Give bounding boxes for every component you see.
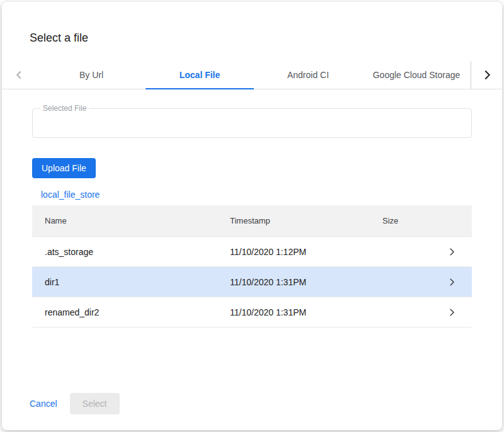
file-table: Name Timestamp Size .ats_storage 11/10/2…: [32, 205, 472, 327]
cancel-button[interactable]: Cancel: [30, 399, 57, 409]
chevron-right-icon: [446, 276, 457, 288]
file-timestamp: 11/10/2020 1:12PM: [230, 247, 382, 257]
select-file-dialog: Select a file By Url Local File Android …: [2, 2, 502, 430]
selected-file-label: Selected File: [40, 104, 89, 113]
file-name: renamed_dir2: [32, 307, 230, 317]
file-timestamp: 11/10/2020 1:31PM: [230, 307, 382, 317]
tab-android-ci[interactable]: Android CI: [254, 61, 362, 89]
local-file-store-link[interactable]: local_file_store: [41, 190, 100, 200]
upload-file-button[interactable]: Upload File: [32, 158, 96, 178]
selected-file-field: Selected File: [32, 108, 472, 138]
tab-label: Local File: [180, 70, 220, 80]
chevron-right-icon: [480, 68, 494, 82]
file-name: dir1: [32, 277, 230, 287]
column-header-size: Size: [382, 216, 432, 225]
chevron-right-icon: [446, 307, 457, 318]
table-row-renamed-dir2[interactable]: renamed_dir2 11/10/2020 1:31PM: [32, 297, 472, 327]
tab-label: Android CI: [287, 70, 329, 80]
table-header-row: Name Timestamp Size: [32, 205, 472, 237]
page-title: Select a file: [30, 31, 474, 45]
chevron-left-icon: [13, 68, 26, 82]
file-timestamp: 11/10/2020 1:31PM: [230, 277, 382, 287]
column-header-timestamp: Timestamp: [230, 216, 382, 225]
file-name: .ats_storage: [32, 247, 230, 257]
table-row-dir1[interactable]: dir1 11/10/2020 1:31PM: [32, 267, 472, 297]
tabs-scroll-right-button[interactable]: [471, 61, 502, 89]
tabs-scroll-left-button[interactable]: [2, 61, 37, 89]
column-header-name: Name: [32, 216, 230, 225]
dialog-footer: Cancel Select: [2, 393, 502, 430]
tab-by-url[interactable]: By Url: [37, 61, 146, 89]
tab-bar: By Url Local File Android CI Google Clou…: [2, 61, 502, 89]
tab-local-file[interactable]: Local File: [146, 61, 254, 89]
select-button[interactable]: Select: [70, 393, 120, 414]
selected-file-input[interactable]: [33, 109, 471, 137]
table-row-ats-storage[interactable]: .ats_storage 11/10/2020 1:12PM: [32, 237, 472, 267]
chevron-right-icon: [446, 246, 457, 258]
tab-label: By Url: [79, 70, 103, 80]
tab-google-cloud-storage[interactable]: Google Cloud Storage: [362, 61, 471, 89]
tab-label: Google Cloud Storage: [373, 70, 461, 80]
tab-list: By Url Local File Android CI Google Clou…: [37, 61, 471, 89]
